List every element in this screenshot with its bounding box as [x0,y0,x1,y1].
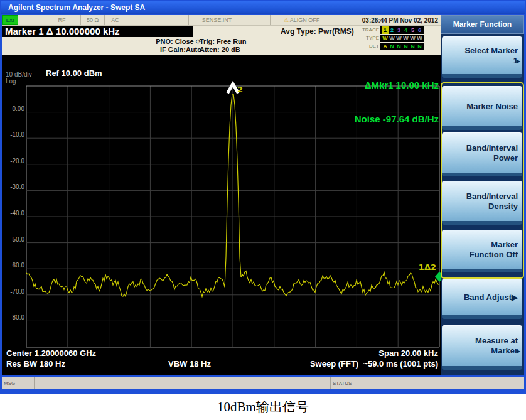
submenu-arrow-icon: ▶ [517,57,520,67]
softkey-band-interval-power[interactable]: Band/IntervalPower [442,132,522,176]
legend-char: W [416,35,423,42]
softkey-band-interval-density[interactable]: Band/IntervalDensity [442,181,522,225]
legend-char: N [402,43,409,50]
y-tick-label: -40.0 [2,210,24,217]
align-off-label: ALIGN OFF [290,17,320,23]
status-spacer [126,15,189,25]
det-label: DET [358,43,379,49]
legend-char: N [409,43,416,50]
rf-indicator: RF [43,15,81,25]
trace-legend: TRACE 123456 TYPE WWWWWW DET ANNNNN [358,26,424,50]
legend-char: 4 [402,26,409,34]
msg-label: MSG [2,377,35,389]
legend-char: W [395,35,402,42]
datetime-readout: 03:26:44 PM Nov 02, 2012 [333,15,441,25]
legend-char: W [389,35,395,42]
span-annotation: Span 20.00 kHz [378,348,438,358]
legend-char: W [409,35,416,42]
softkey-label: Band Adjust▶ [442,293,518,303]
legend-dets: ANNNNN [380,43,424,50]
trig-readout: Trig: Free Run [200,38,247,46]
status-spacer [245,15,271,25]
submenu-arrow-icon: ▶ [517,347,520,357]
status-spacer [18,15,43,25]
trig-atten-readout: Trig: Free Run Atten: 20 dB [200,38,247,54]
legend-char: 3 [395,26,402,34]
peak-marker-label: 2 [237,85,243,94]
softkey-menu-header: Marker Function [441,15,524,34]
y-tick-label: -60.0 [2,262,24,269]
softkey-label: Band/Interval [442,143,518,153]
legend-char: W [382,35,389,42]
legend-traces: 123456 [380,26,424,34]
pno-readout: PNO: Close [156,38,194,45]
softkey-measure-at-marker[interactable]: Measure atMarker▶ [442,325,522,370]
ifgain-readout: IF Gain:Auto [142,46,201,54]
y-tick-label: 0.00 [2,105,24,112]
coupling-indicator: AC [105,15,126,25]
softkey-label: Density [442,202,518,212]
trace-label: TRACE [358,27,379,33]
softkey-menu: Marker Function Select Marker1▶Marker No… [441,15,524,375]
figure-caption: 10dBm输出信号 [0,398,526,416]
sense-indicator: SENSE:INT [189,15,245,25]
log-scale-label: Log [6,78,16,85]
legend-char: W [402,35,409,42]
rbw-annotation: Res BW 180 Hz [6,359,65,369]
msg-field [35,377,331,389]
align-indicator: ⚠ ALIGN OFF [271,15,333,25]
marker-readout-bar: Marker 1 Δ 10.000000 kHz [2,26,193,37]
softkey-marker-function-off[interactable]: MarkerFunction Off [442,230,522,272]
y-tick-label: -30.0 [2,183,24,190]
vbw-annotation: VBW 18 Hz [168,359,211,369]
impedance-indicator: 50 Ω [81,15,105,25]
y-tick-label: -70.0 [2,288,24,295]
y-tick-label: -10.0 [2,131,24,138]
status-label: STATUS [331,377,367,389]
softkey-label: Band/Interval [442,191,518,202]
lxi-badge: LXI [2,15,18,25]
status-strip: LXI RF 50 Ω AC SENSE:INT ⚠ ALIGN OFF 03:… [2,15,441,26]
legend-types: WWWWWW [380,35,424,42]
softkey-label: Marker Noise [442,102,518,112]
softkey-label: Measure at [442,336,518,346]
y-tick-label: -20.0 [2,158,24,164]
legend-char: N [389,43,395,50]
softkey-label: 1 [442,56,518,66]
legend-char: 6 [416,26,423,34]
y-tick-label: -80.0 [2,314,24,321]
softkey-band-adjust[interactable]: Band Adjust▶ [442,279,522,319]
delta-marker-label: 1Δ2 [419,262,436,272]
softkey-label: Function Off [442,250,518,260]
softkey-label: Marker [442,240,518,250]
scale-per-div-label: 10 dB/div [6,71,32,78]
noise-density-readout: Noise -97.64 dB/Hz [355,114,439,125]
legend-char: N [416,43,423,50]
y-tick-label: -50.0 [2,236,24,243]
ref-level-label: Ref 10.00 dBm [46,68,102,78]
message-status-bar: MSG STATUS [2,377,524,389]
window-titlebar[interactable]: Agilent Spectrum Analyzer - Swept SA [1,1,525,14]
softkey-label: Power [442,153,518,163]
analyzer-window: Agilent Spectrum Analyzer - Swept SA LXI… [0,0,526,394]
softkey-label: Select Marker [442,46,518,56]
legend-char: A [382,43,389,50]
sweep-annotation: Sweep (FFT) ~59.0 ms (1001 pts) [310,359,438,369]
avg-type-readout: Avg Type: Pwr(RMS) [281,27,354,36]
type-label: TYPE [358,35,379,41]
softkey-label: Marker [442,346,518,356]
softkey-select-marker[interactable]: Select Marker1▶ [442,36,522,78]
spectrum-display: ΔMkr1 10.00 kHz Noise -97.64 dB/Hz 10 dB… [2,55,441,375]
status-field [367,377,524,389]
legend-char: 2 [389,26,395,34]
legend-char: N [395,43,402,50]
delta-marker-readout: ΔMkr1 10.00 kHz Noise -97.64 dB/Hz [355,57,439,148]
pno-ifgain-readout: PNO: Close ⟳ IF Gain:Auto [142,38,201,54]
legend-char: 1 [382,26,389,34]
center-freq-annotation: Center 1.20000060 GHz [6,348,96,358]
softkey-marker-noise[interactable]: Marker Noise [442,86,522,130]
window-title: Agilent Spectrum Analyzer - Swept SA [8,3,145,12]
atten-readout: Atten: 20 dB [200,46,247,54]
warning-icon: ⚠ [284,17,289,23]
legend-char: 5 [409,26,416,34]
